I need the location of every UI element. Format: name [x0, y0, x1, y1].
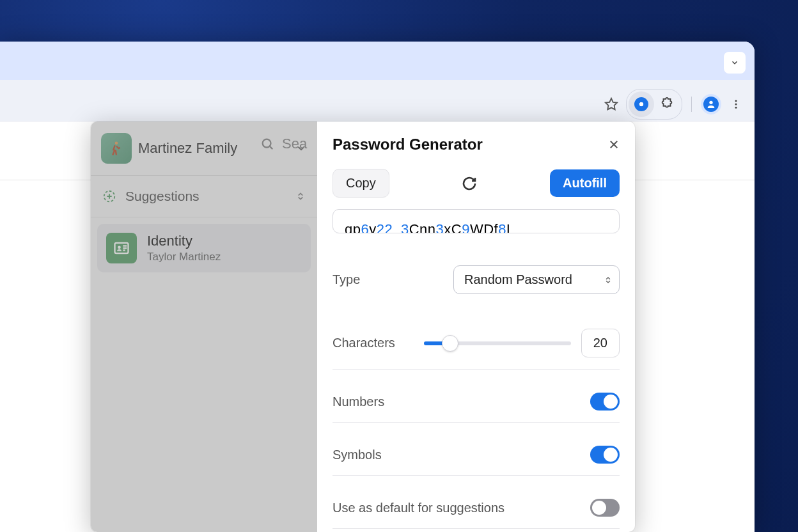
symbols-label: Symbols	[332, 448, 382, 462]
characters-value[interactable]: 20	[581, 329, 620, 357]
svg-line-7	[270, 146, 273, 150]
popup-left-panel: Martinez Family Sea Suggestions	[91, 121, 317, 532]
suggestions-label: Suggestions	[125, 189, 199, 204]
tab-strip	[0, 42, 755, 80]
onepassword-extension-button[interactable]	[629, 91, 654, 117]
slider-thumb[interactable]	[442, 335, 458, 352]
tab-search-button[interactable]	[724, 52, 746, 74]
default-label: Use as default for suggestions	[332, 501, 505, 515]
svg-marker-0	[606, 98, 617, 109]
svg-point-10	[118, 246, 121, 249]
numbers-label: Numbers	[332, 395, 384, 409]
hiker-icon	[107, 139, 125, 157]
extensions-button[interactable]	[654, 91, 680, 117]
sort-icon	[295, 191, 306, 201]
avatar-icon	[706, 99, 716, 109]
svg-point-1	[709, 101, 712, 104]
panel-title: Password Generator	[332, 136, 483, 153]
onepassword-icon	[634, 97, 648, 111]
identity-icon	[106, 233, 137, 263]
sparkle-icon	[102, 189, 116, 203]
suggestions-section[interactable]: Suggestions	[91, 175, 317, 217]
identity-item[interactable]: Identity Taylor Martinez	[97, 224, 311, 272]
search-field[interactable]: Sea	[260, 136, 307, 152]
generated-password[interactable]: qp6y22_3Cnn3xC9WDf8L	[332, 209, 620, 233]
item-title: Identity	[147, 233, 221, 249]
kebab-icon	[730, 98, 742, 110]
svg-point-4	[735, 107, 737, 109]
chevron-down-icon	[730, 58, 739, 67]
password-generator-panel: Password Generator Copy Autofill qp6y22_…	[317, 121, 635, 532]
type-label: Type	[332, 272, 360, 287]
characters-label: Characters	[332, 336, 395, 350]
page-content: Martinez Family Sea Suggestions	[0, 121, 755, 532]
star-icon	[604, 97, 618, 111]
browser-toolbar	[0, 80, 755, 121]
puzzle-icon	[660, 97, 674, 111]
browser-menu-button[interactable]	[724, 92, 748, 116]
type-value: Random Password	[464, 272, 572, 286]
svg-point-6	[263, 139, 271, 148]
browser-window: Martinez Family Sea Suggestions	[0, 42, 755, 532]
svg-point-2	[735, 100, 737, 102]
extensions-group	[626, 89, 682, 120]
search-placeholder: Sea	[282, 136, 307, 152]
vault-icon	[101, 133, 132, 164]
svg-point-5	[115, 142, 118, 145]
toolbar-divider	[691, 97, 692, 112]
autofill-button[interactable]: Autofill	[550, 169, 620, 197]
symbols-toggle[interactable]	[590, 446, 620, 464]
onepassword-popup: Martinez Family Sea Suggestions	[91, 121, 635, 532]
type-select[interactable]: Random Password	[453, 265, 620, 294]
bookmark-button[interactable]	[599, 92, 623, 116]
numbers-toggle[interactable]	[590, 393, 620, 411]
copy-button[interactable]: Copy	[332, 169, 389, 198]
profile-button[interactable]	[701, 94, 721, 114]
close-icon	[608, 139, 620, 150]
characters-slider[interactable]	[424, 341, 571, 345]
refresh-icon	[462, 176, 477, 191]
svg-point-3	[735, 104, 737, 106]
select-caret-icon	[604, 276, 613, 285]
regenerate-button[interactable]	[462, 176, 477, 191]
close-button[interactable]	[608, 139, 620, 150]
search-icon	[260, 137, 274, 151]
default-toggle[interactable]	[590, 499, 620, 517]
item-subtitle: Taylor Martinez	[147, 251, 221, 263]
